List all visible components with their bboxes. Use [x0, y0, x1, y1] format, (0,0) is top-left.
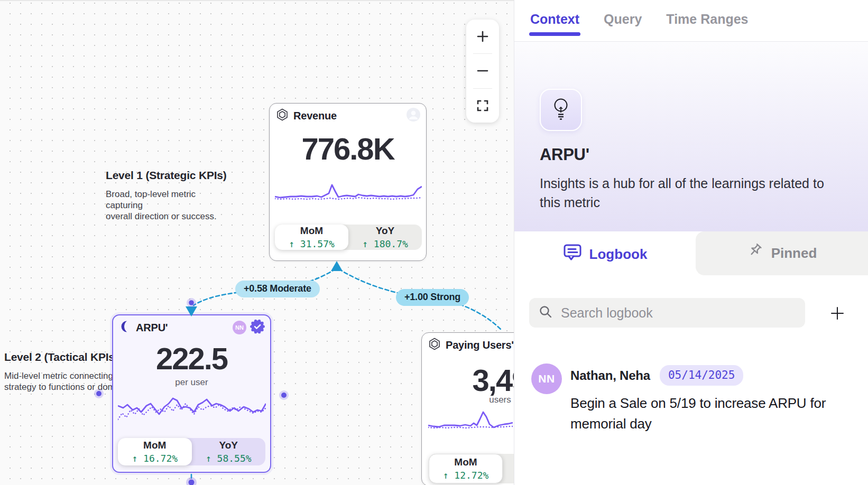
mom-toggle[interactable]: MoM ↑ 31.57% — [275, 225, 348, 250]
node-unit: users — [422, 395, 514, 405]
zoom-in-button[interactable] — [466, 20, 499, 53]
hexagon-node-icon — [428, 338, 441, 352]
hexagon-node-icon — [276, 108, 289, 123]
metric-hero-section: ARPU' Insights is a hub for all of the l… — [514, 42, 868, 231]
mom-toggle[interactable]: MoM ↑ 16.72% — [118, 438, 192, 465]
context-panel: Context Query Time Ranges ARPU' Insights… — [514, 0, 868, 485]
logbook-comment-icon — [563, 244, 582, 265]
panel-tab-bar: Context Query Time Ranges — [514, 0, 868, 42]
logbook-search[interactable] — [529, 298, 805, 328]
correlation-badge-strong[interactable]: +1.00 Strong — [396, 289, 469, 306]
yoy-toggle[interactable]: YoY ↑ 58.55% — [192, 438, 266, 465]
tab-pinned[interactable]: Pinned — [696, 231, 868, 275]
entry-date-badge: 05/14/2025 — [660, 365, 743, 386]
arpu-sparkline — [118, 392, 266, 427]
insight-icon-container — [540, 89, 582, 131]
tab-context[interactable]: Context — [530, 12, 579, 27]
paying-users-sparkline — [428, 410, 513, 434]
logbook-entry[interactable]: NN Nathan, Neha 05/14/2025 Begin a Sale … — [531, 363, 855, 434]
entry-avatar: NN — [531, 363, 562, 394]
metric-tree-canvas[interactable]: Level 1 (Strategic KPIs) Broad, top-leve… — [0, 0, 514, 485]
yoy-toggle[interactable]: YoY ↑ 180.7% — [348, 225, 422, 250]
node-value: 222.5 — [113, 341, 270, 376]
assignee-avatar[interactable]: NN — [233, 321, 246, 334]
search-input[interactable] — [561, 305, 796, 321]
add-log-entry-button[interactable] — [825, 301, 849, 325]
logbook-toolbar — [529, 298, 868, 328]
level-1-annotation: Level 1 (Strategic KPIs) Broad, top-leve… — [106, 169, 233, 222]
metric-node-arpu[interactable]: ARPU' NN — [112, 314, 271, 473]
tab-time-ranges[interactable]: Time Ranges — [666, 12, 748, 27]
node-unit: per user — [113, 377, 270, 388]
zoom-out-button[interactable] — [466, 54, 499, 88]
metric-name-heading: ARPU' — [540, 145, 589, 164]
tab-query[interactable]: Query — [604, 12, 642, 27]
node-value: 776.8K — [270, 131, 426, 166]
arrowhead-into-revenue — [331, 261, 343, 271]
metric-node-paying-users[interactable]: Paying Users' 3,49 users MoM ↑ 12.72% Yo… — [421, 332, 514, 485]
level-1-title: Level 1 (Strategic KPIs) — [106, 169, 233, 182]
owner-avatar-icon[interactable] — [406, 107, 421, 124]
metric-node-revenue[interactable]: Revenue 776.8K MoM — [269, 103, 427, 261]
metric-tree-app: Level 1 (Strategic KPIs) Broad, top-leve… — [0, 0, 868, 485]
node-title: Paying Users' — [446, 339, 514, 351]
pushpin-icon — [747, 243, 764, 264]
entry-message: Begin a Sale on 5/19 to increase ARPU fo… — [570, 393, 826, 434]
logbook-pinned-tab-bar: Logbook Pinned — [514, 231, 868, 277]
entry-author: Nathan, Neha — [570, 368, 650, 383]
search-icon — [539, 305, 552, 321]
correlation-badge-moderate[interactable]: +0.58 Moderate — [235, 281, 320, 297]
level-1-description: Broad, top-level metric capturing overal… — [106, 189, 233, 222]
tab-logbook[interactable]: Logbook — [514, 231, 696, 277]
node-title: Revenue — [293, 110, 337, 122]
tab-pinned-label: Pinned — [771, 245, 817, 262]
crescent-moon-icon — [119, 320, 131, 335]
lightbulb-icon — [550, 97, 571, 123]
node-title: ARPU' — [136, 322, 168, 334]
node-value: 3,49 — [422, 362, 514, 398]
mom-toggle[interactable]: MoM ↑ 12.72% — [429, 454, 503, 483]
fit-view-button[interactable] — [466, 89, 499, 123]
tab-logbook-label: Logbook — [589, 246, 648, 263]
canvas-zoom-controls — [466, 20, 499, 123]
yoy-toggle[interactable]: YoY — [503, 454, 514, 483]
metric-description: Insights is a hub for all of the learnin… — [540, 174, 836, 212]
revenue-sparkline — [275, 178, 422, 206]
verified-badge-icon — [250, 319, 265, 336]
